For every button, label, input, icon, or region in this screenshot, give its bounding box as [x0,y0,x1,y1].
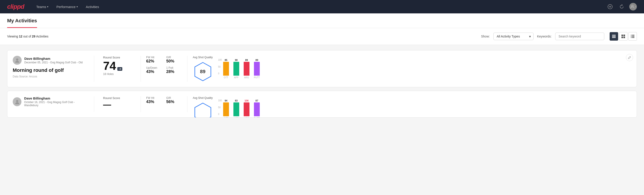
bar-app: 83 APP [234,99,239,118]
bar-putt-label: PUTT [254,117,260,118]
activity-type-select[interactable]: All Activity Types [494,32,534,40]
bar-putt-value: 87 [256,99,258,102]
divider-2 [140,56,141,82]
round-score-value: — [103,100,132,109]
round-score-section: Round Score — [100,96,135,109]
stat-gir-label: GIR [166,56,182,59]
svg-point-3 [632,5,633,7]
nav-performance-chevron: ▾ [76,5,78,8]
top-navigation: clippd Teams ▾ Performance ▾ Activities [0,0,644,14]
bar-arg-label: ARG [244,117,249,118]
stat-fw-hit: FW Hit 43% [146,96,162,104]
view-toggle [610,32,637,40]
svg-marker-20 [195,103,211,118]
bar-putt-value: 89 [256,59,258,61]
nav-teams-label: Teams [36,5,46,9]
bar-arg-value: 89 [245,59,248,61]
svg-point-17 [16,58,18,61]
svg-rect-11 [631,35,632,36]
user-avatar-button[interactable]: ▾ [629,3,637,10]
bar-arg-bar [244,62,250,76]
activity-card: Dave Billingham December 05, 2021 - Gog … [7,50,637,87]
search-input[interactable] [555,32,604,40]
bar-putt-bar [254,62,260,76]
activity-type-select-wrapper[interactable]: All Activity Types [494,32,534,40]
svg-rect-4 [612,35,616,36]
list-detail-view-button[interactable] [628,32,637,40]
list-compact-view-button[interactable] [610,32,618,40]
divider-1 [94,56,94,82]
stat-gir-value: 56% [166,100,182,104]
keywords-label: Keywords: [537,34,552,38]
bar-arg: 89 ARG [244,59,250,79]
svg-rect-5 [612,36,616,37]
page-header: My Activities [0,14,644,28]
bar-arg: 106 ARG [244,99,250,118]
y-axis: 100 50 0 [218,99,222,118]
edit-button[interactable] [626,54,633,61]
svg-rect-9 [622,36,623,38]
nav-menu: Teams ▾ Performance ▾ Activities [33,3,606,10]
stats-section: FW Hit 62% GIR 50% Up/Down 43% 1 Putt 28… [146,56,182,74]
activity-title: Morning round of golf [13,68,88,73]
svg-rect-10 [624,36,625,38]
svg-rect-7 [622,34,623,36]
viewing-count-text: Viewing 12 out of 29 Activities [7,34,478,38]
svg-rect-15 [631,37,632,38]
svg-rect-6 [612,37,616,38]
bar-arg-value: 106 [244,99,248,102]
bar-app-label: APP [234,117,238,118]
card-user-header: Dave Billingham October 16, 2021 - Gog M… [13,96,88,107]
nav-item-activities[interactable]: Activities [83,3,102,10]
y-axis: 100 50 0 [218,59,222,79]
divider-3 [187,56,188,82]
user-name: Dave Billingham [24,96,88,100]
round-score-label: Round Score [103,96,132,100]
stat-1putt: 1 Putt 28% [166,66,182,74]
bars-container: 94 OTT 83 APP 106 ARG [223,99,260,118]
activity-card: Dave Billingham October 16, 2021 - Gog M… [7,91,637,118]
stats-section: FW Hit 43% GIR 56% [146,96,182,104]
round-score-section: Round Score 74 +4 18 Holes [100,56,135,76]
stat-fw-hit: FW Hit 62% [146,56,162,64]
activities-list: Dave Billingham December 05, 2021 - Gog … [0,45,644,123]
round-score-value: 74 +4 [103,60,132,72]
page-title: My Activities [7,14,37,28]
svg-rect-16 [632,37,634,38]
stat-1putt-value: 28% [166,70,182,74]
score-badge: +4 [117,67,122,71]
nav-performance-label: Performance [56,5,76,9]
bar-arg-label: ARG [244,76,249,79]
svg-point-19 [16,100,18,102]
bar-chart-section: 100 50 0 85 OTT 90 [218,59,260,79]
stat-gir: GIR 56% [166,96,182,104]
bar-chart: 100 50 0 85 OTT 90 [218,59,260,79]
divider-2 [140,96,141,112]
divider-1 [94,96,94,112]
round-score-label: Round Score [103,56,132,59]
stat-updown: Up/Down 43% [146,66,162,74]
shot-quality-section: Avg Shot Quality [193,96,213,118]
refresh-button[interactable] [618,3,626,11]
stat-1putt-label: 1 Putt [166,66,182,70]
nav-activities-label: Activities [86,5,99,9]
bar-ott: 85 OTT [223,59,229,79]
bar-app: 90 APP [234,59,239,79]
nav-item-teams[interactable]: Teams ▾ [33,3,51,10]
stat-updown-label: Up/Down [146,66,162,70]
nav-item-performance[interactable]: Performance ▾ [53,3,81,10]
grid-view-button[interactable] [619,32,628,40]
shot-quality-label: Avg Shot Quality [193,56,213,59]
add-button[interactable] [606,3,614,11]
avatar [13,56,22,65]
activity-date: December 05, 2021 - Gog Magog Golf Club … [24,61,82,64]
bar-app-bar [234,62,239,76]
bar-app-bar [234,102,239,116]
quality-chart-section: Avg Shot Quality 100 50 0 94 [193,96,260,118]
bar-app-value: 83 [235,99,238,102]
divider-3 [187,96,188,112]
stat-gir-label: GIR [166,96,182,100]
bar-ott-label: OTT [224,76,228,79]
stat-fw-hit-label: FW Hit [146,96,162,100]
bar-putt: 89 PUTT [254,59,260,79]
